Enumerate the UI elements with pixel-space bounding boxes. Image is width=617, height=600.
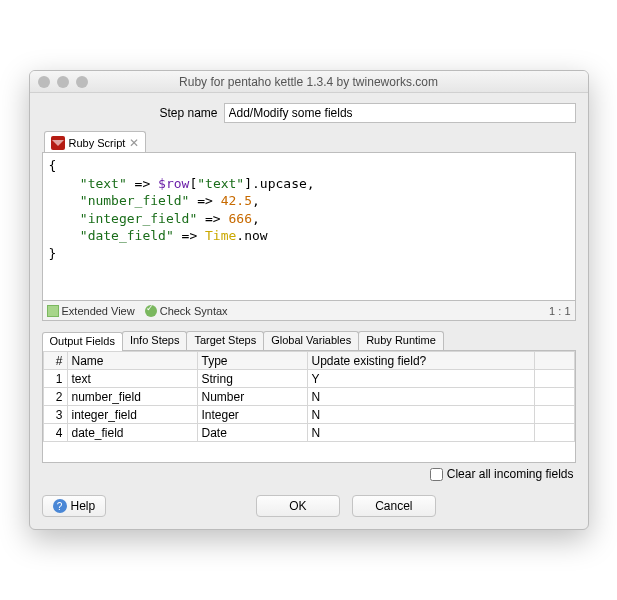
table-row[interactable]: 4 date_field Date N	[43, 424, 574, 442]
script-tab-label: Ruby Script	[69, 137, 126, 149]
ruby-icon	[51, 136, 65, 150]
stepname-label: Step name	[42, 106, 218, 120]
traffic-lights	[38, 76, 88, 88]
editor-toolbar: Extended View Check Syntax 1 : 1	[42, 301, 576, 321]
output-fields-grid[interactable]: # Name Type Update existing field? 1 tex…	[42, 351, 576, 463]
col-index: #	[43, 352, 67, 370]
close-icon[interactable]	[38, 76, 50, 88]
tab-ruby-script[interactable]: Ruby Script ✕	[44, 131, 147, 152]
script-tab-row: Ruby Script ✕	[42, 131, 576, 153]
dialog-body: Step name Ruby Script ✕ { "text" => $row…	[30, 93, 588, 529]
table-row[interactable]: 1 text String Y	[43, 370, 574, 388]
col-type: Type	[197, 352, 307, 370]
tab-info-steps[interactable]: Info Steps	[122, 331, 188, 350]
col-name: Name	[67, 352, 197, 370]
table-row[interactable]: 2 number_field Number N	[43, 388, 574, 406]
check-syntax-button[interactable]: Check Syntax	[145, 305, 228, 317]
cancel-button[interactable]: Cancel	[352, 495, 436, 517]
stepname-input[interactable]	[224, 103, 576, 123]
clear-incoming-checkbox[interactable]	[430, 468, 443, 481]
cursor-position: 1 : 1	[549, 305, 570, 317]
zoom-icon[interactable]	[76, 76, 88, 88]
help-icon: ?	[53, 499, 67, 513]
titlebar: Ruby for pentaho kettle 1.3.4 by twinewo…	[30, 71, 588, 93]
col-update: Update existing field?	[307, 352, 534, 370]
code-editor[interactable]: { "text" => $row["text"].upcase, "number…	[42, 153, 576, 301]
tab-target-steps[interactable]: Target Steps	[186, 331, 264, 350]
extended-view-button[interactable]: Extended View	[47, 305, 135, 317]
tab-ruby-runtime[interactable]: Ruby Runtime	[358, 331, 444, 350]
subtab-row: Output Fields Info Steps Target Steps Gl…	[42, 331, 576, 351]
close-tab-icon[interactable]: ✕	[129, 136, 139, 150]
ok-button[interactable]: OK	[256, 495, 340, 517]
extended-view-icon	[47, 305, 59, 317]
table-header-row: # Name Type Update existing field?	[43, 352, 574, 370]
check-syntax-icon	[145, 305, 157, 317]
col-spare	[534, 352, 574, 370]
minimize-icon[interactable]	[57, 76, 69, 88]
table-row[interactable]: 3 integer_field Integer N	[43, 406, 574, 424]
tab-global-variables[interactable]: Global Variables	[263, 331, 359, 350]
dialog-window: Ruby for pentaho kettle 1.3.4 by twinewo…	[29, 70, 589, 530]
tab-output-fields[interactable]: Output Fields	[42, 332, 123, 351]
window-title: Ruby for pentaho kettle 1.3.4 by twinewo…	[30, 75, 588, 89]
help-button[interactable]: ? Help	[42, 495, 107, 517]
clear-incoming-label: Clear all incoming fields	[447, 467, 574, 481]
